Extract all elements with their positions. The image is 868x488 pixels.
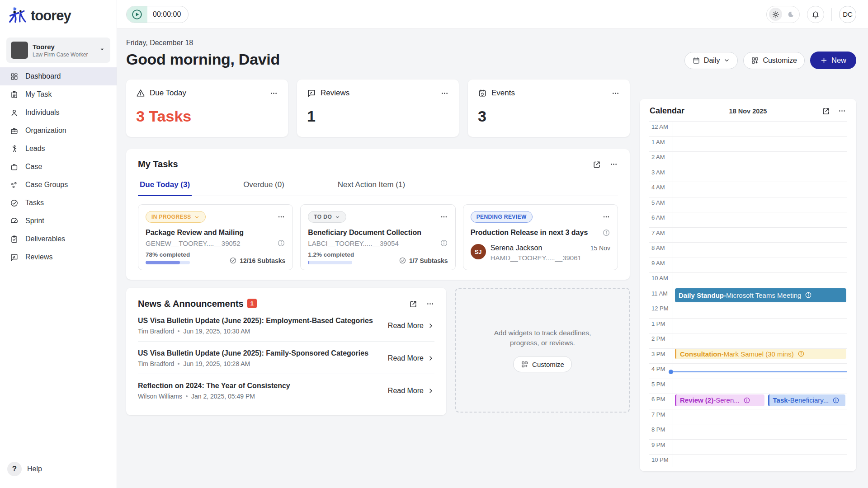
sidebar-item-my-task[interactable]: My Task [0,85,117,103]
stat-card-due-today[interactable]: Due Today 3 Tasks [126,80,288,137]
calendar-hour-row[interactable]: 1 PM [649,318,847,333]
view-selector-dropdown[interactable]: Daily [684,52,738,69]
stat-menu-button[interactable] [269,89,278,98]
calendar-menu-button[interactable] [838,107,846,115]
read-more-link[interactable]: Read More [388,322,434,330]
stat-menu-button[interactable] [611,89,620,98]
calendar-hour-row[interactable]: 9 AM [649,258,847,273]
stat-menu-button[interactable] [440,89,449,98]
stat-card-events[interactable]: Events 3 [468,80,630,137]
calendar-event[interactable]: Task- Beneficiary... [768,394,845,406]
help-button[interactable]: ? Help [7,462,42,476]
calendar-hour-row[interactable]: 6 AM [649,212,847,227]
sidebar-item-case-groups[interactable]: Case Groups [0,176,117,194]
clipboard-check-icon [10,235,19,244]
task-title: Production Release in next 3 days [471,229,588,237]
progress-label: 1.2% completed [308,251,354,258]
hour-label: 5 AM [649,197,673,212]
tab-overdue[interactable]: Overdue (0) [241,177,286,196]
sidebar-item-case[interactable]: Case [0,158,117,176]
sidebar-item-deliverables[interactable]: Deliverables [0,230,117,248]
ellipsis-icon [609,160,618,169]
brand-logo[interactable]: toorey [0,0,117,31]
news-item: US Visa Bulletin Update (June 2025): Emp… [138,309,434,342]
customize-button[interactable]: Customize [743,52,805,69]
task-menu-button[interactable] [602,213,610,221]
sidebar-item-reviews[interactable]: Reviews [0,248,117,266]
tab-due-today[interactable]: Due Today (3) [138,177,192,196]
assignee-row: SJ Serena Jackson 15 Nov HAMD__TOOREY...… [471,244,610,262]
chevron-right-icon [427,387,434,394]
dark-mode-button[interactable] [784,8,797,21]
calendar-event[interactable]: Consultation- Mark Samuel (30 mins) [675,349,846,359]
hour-label: 2 AM [649,152,673,167]
sidebar-item-tasks[interactable]: Tasks [0,194,117,212]
calendar-hour-row[interactable]: 1 AM [649,136,847,152]
ellipsis-icon [426,300,434,308]
calendar-hour-row[interactable]: 4 AM [649,182,847,197]
user-avatar[interactable]: DC [839,6,856,23]
calendar-hour-row[interactable]: 7 PM [649,409,847,424]
calendar-hour-row[interactable]: 8 PM [649,424,847,439]
status-pill[interactable]: PENDING REVIEW [471,211,533,223]
time-tracker: 00:00:00 [126,6,189,23]
new-button[interactable]: New [810,52,856,69]
notifications-button[interactable] [807,6,824,23]
app-root: toorey Toorey Law Firm Case Worker Dashb… [0,0,868,488]
stat-card-reviews[interactable]: Reviews 1 [297,80,459,137]
my-tasks-menu-button[interactable] [609,160,618,169]
calendar-hour-row[interactable]: 10 PM [649,454,847,467]
calendar-hour-row[interactable]: 3 AM [649,167,847,182]
calendar-hour-row[interactable]: 2 AM [649,151,847,167]
subtasks-count: 1/7 Subtasks [399,257,448,264]
calendar-event[interactable]: Review (2)- Seren... [675,394,764,406]
open-external-button[interactable] [821,107,830,116]
page-date: Friday, December 18 [126,39,856,47]
stat-value: 1 [307,108,449,125]
status-pill[interactable]: IN PROGRESS [146,211,206,223]
status-pill[interactable]: TO DO [308,211,346,223]
calendar-hour-row[interactable]: 10 AM [649,272,847,288]
hour-label: 6 PM [649,394,673,409]
sidebar-item-leads[interactable]: Leads [0,140,117,158]
calendar-hour-row[interactable]: 5 PM [649,379,847,394]
stat-value: 3 [478,108,620,125]
sidebar-item-organization[interactable]: Organization [0,122,117,140]
calendar-hour-row[interactable]: 5 AM [649,197,847,212]
news-menu-button[interactable] [426,300,434,308]
task-card[interactable]: PENDING REVIEW Production Release in nex… [463,204,618,270]
task-menu-button[interactable] [440,213,448,221]
calendar-hour-row[interactable]: 12 AM [649,121,847,136]
sidebar-item-individuals[interactable]: Individuals [0,103,117,122]
info-icon[interactable] [602,229,610,237]
workspace-selector[interactable]: Toorey Law Firm Case Worker [6,38,110,63]
calendar-hour-row[interactable]: 8 AM [649,242,847,258]
sidebar-item-dashboard[interactable]: Dashboard [0,67,117,85]
open-external-button[interactable] [592,160,601,169]
calendar-hour-row[interactable]: 4 PM [649,363,847,379]
open-external-button[interactable] [409,300,418,309]
calendar-event[interactable]: Daily Standup- Microsoft Teams Meeting [675,288,846,302]
light-mode-button[interactable] [769,8,782,21]
read-more-link[interactable]: Read More [388,354,434,362]
task-card[interactable]: TO DO Beneficiary Document Collection LA… [300,204,455,270]
calendar-hour-row[interactable]: 2 PM [649,333,847,348]
task-menu-button[interactable] [277,213,285,221]
ellipsis-icon [611,89,620,98]
ellipsis-icon [838,107,846,115]
calendar-hour-row[interactable]: 7 AM [649,227,847,243]
tab-next-action-item[interactable]: Next Action Item (1) [336,177,407,196]
widget-customize-label: Customize [532,361,564,368]
info-icon[interactable] [440,239,448,247]
calendar-grid[interactable]: 12 AM1 AM2 AM3 AM4 AM5 AM6 AM7 AM8 AM9 A… [649,121,847,467]
info-icon[interactable] [277,239,285,247]
calendar-hour-row[interactable]: 12 PM [649,303,847,318]
sidebar-item-sprint[interactable]: Sprint [0,212,117,230]
timer-play-button[interactable] [127,6,147,23]
calendar-hour-row[interactable]: 9 PM [649,439,847,455]
task-card[interactable]: IN PROGRESS Package Review and Mailing G… [138,204,293,270]
read-more-link[interactable]: Read More [388,387,434,395]
external-link-icon [821,107,830,116]
main-content: Friday, December 18 Good morning, David … [117,29,868,488]
widget-customize-button[interactable]: Customize [513,356,572,372]
